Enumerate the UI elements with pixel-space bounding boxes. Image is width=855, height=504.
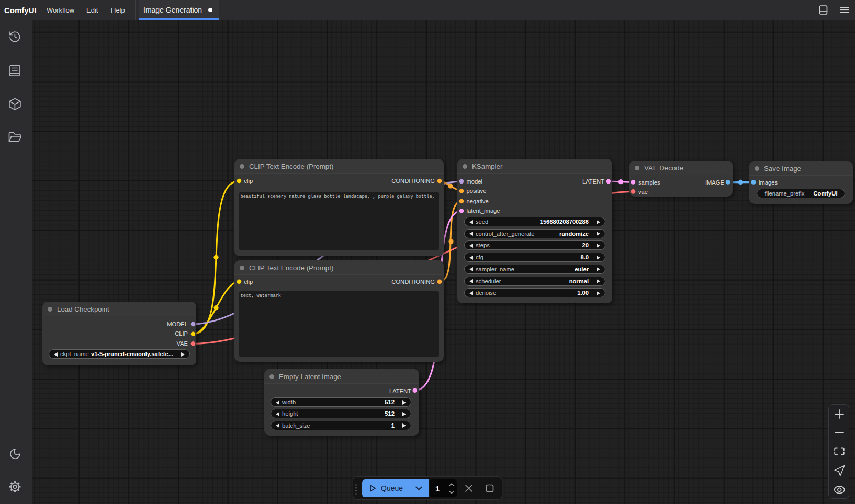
svg-text:1: 1 [435,484,440,493]
svg-text:Queue: Queue [381,484,403,492]
